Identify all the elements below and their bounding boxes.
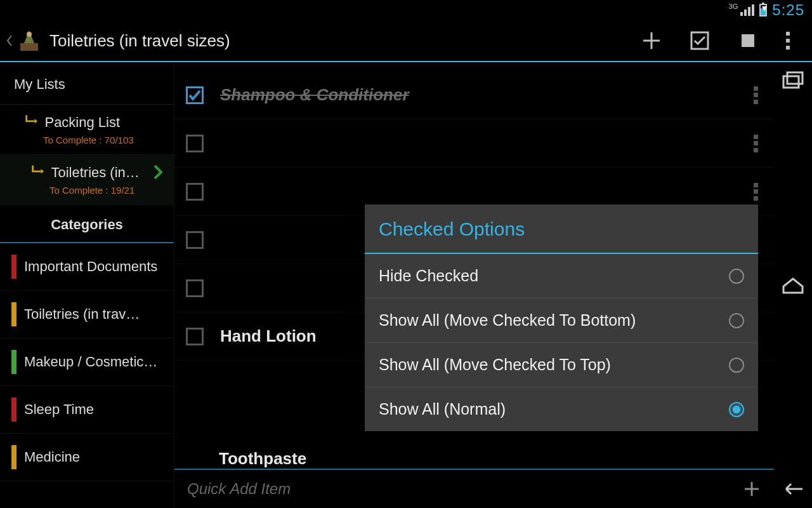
radio-unselected-icon xyxy=(729,269,744,284)
svg-rect-3 xyxy=(742,34,754,47)
dialog-option[interactable]: Show All (Move Checked To Bottom) xyxy=(365,298,758,343)
category-color-bar xyxy=(11,445,16,469)
sidebar-list-sub: To Complete : 70/103 xyxy=(43,135,161,145)
sidebar-category[interactable]: Medicine xyxy=(0,434,174,481)
svg-rect-5 xyxy=(787,72,802,84)
category-label: Important Documents xyxy=(24,258,165,275)
home-button[interactable] xyxy=(781,275,805,295)
check-all-button[interactable] xyxy=(689,30,710,51)
svg-rect-4 xyxy=(783,76,799,88)
category-color-bar xyxy=(11,255,16,279)
category-color-bar xyxy=(11,350,16,374)
sidebar-category[interactable]: Sleep Time xyxy=(0,386,174,434)
radio-unselected-icon xyxy=(729,358,744,373)
dialog-option[interactable]: Show All (Move Checked To Top) xyxy=(365,343,758,387)
dialog-option[interactable]: Show All (Normal) xyxy=(365,387,758,431)
recent-apps-button[interactable] xyxy=(781,71,805,91)
category-label: Makeup / Cosmetic… xyxy=(24,354,165,370)
svg-rect-0 xyxy=(20,43,38,51)
dialog-option-label: Hide Checked xyxy=(379,267,478,285)
radio-selected-icon xyxy=(729,402,744,417)
sidebar-header-categories: Categories xyxy=(0,205,174,243)
sidebar-list-sub: To Complete : 19/21 xyxy=(49,185,161,196)
dialog-option-label: Show All (Move Checked To Bottom) xyxy=(379,311,636,330)
dialog-option[interactable]: Hide Checked xyxy=(365,254,758,298)
app-icon[interactable] xyxy=(16,28,42,53)
network-label: 3G xyxy=(729,3,738,10)
clock: 5:25 xyxy=(772,1,804,19)
dialog-option-label: Show All (Normal) xyxy=(379,400,506,418)
page-title: Toiletries (in travel sizes) xyxy=(49,31,641,51)
category-label: Medicine xyxy=(24,449,165,465)
radio-unselected-icon xyxy=(729,313,744,328)
back-button[interactable] xyxy=(781,479,805,499)
status-bar: 3G 5:25 xyxy=(0,0,812,20)
sidebar: My Lists Packing List To Complete : 70/1… xyxy=(0,62,174,508)
sidebar-list-toiletries[interactable]: Toiletries (in… To Complete : 19/21 xyxy=(0,155,174,205)
overflow-menu-button[interactable] xyxy=(785,32,790,50)
category-label: Toiletries (in trav… xyxy=(24,306,165,323)
tree-arrow-icon xyxy=(30,164,44,175)
uncheck-all-button[interactable] xyxy=(737,30,759,51)
battery-icon xyxy=(759,4,767,17)
dialog-title: Checked Options xyxy=(365,204,758,254)
sidebar-category[interactable]: Important Documents xyxy=(0,243,174,291)
action-bar: Toiletries (in travel sizes) xyxy=(0,20,812,62)
sidebar-list-label: Packing List xyxy=(44,114,120,130)
category-color-bar xyxy=(11,302,16,326)
system-nav-bar xyxy=(774,62,812,508)
sidebar-list-packing[interactable]: Packing List To Complete : 70/103 xyxy=(0,105,174,155)
main-content: Shampoo & Conditioner xyxy=(174,62,774,508)
category-label: Sleep Time xyxy=(24,401,165,418)
back-caret-icon[interactable] xyxy=(6,34,13,47)
category-color-bar xyxy=(11,398,16,422)
signal-icon xyxy=(740,4,754,16)
svg-point-1 xyxy=(27,32,32,37)
sidebar-header-mylists[interactable]: My Lists xyxy=(0,62,174,105)
tree-arrow-icon xyxy=(24,114,38,125)
sidebar-category[interactable]: Makeup / Cosmetic… xyxy=(0,338,174,386)
sidebar-category[interactable]: Toiletries (in trav… xyxy=(0,291,174,338)
chevron-right-icon xyxy=(152,164,165,180)
checked-options-dialog: Checked Options Hide Checked Show All (M… xyxy=(365,204,758,431)
dialog-option-label: Show All (Move Checked To Top) xyxy=(379,356,611,374)
sidebar-list-label: Toiletries (in… xyxy=(51,164,139,180)
add-button[interactable] xyxy=(641,30,662,51)
